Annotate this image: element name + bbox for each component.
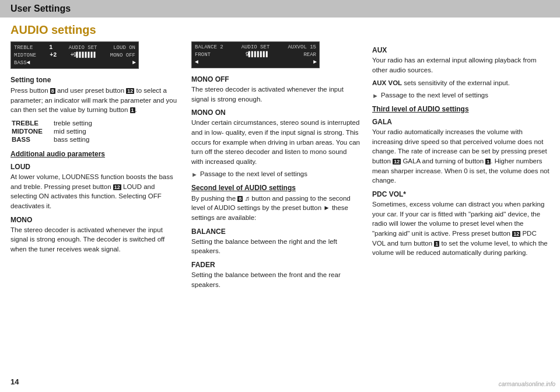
dp1-treble-value: 1 <box>49 44 52 51</box>
display-row-1: TREBLE 1 AUDIO SET LOUD ON <box>14 44 135 51</box>
dp1-loud-on: LOUD ON <box>113 45 135 51</box>
table-row-midtone: MIDTONE mid setting <box>12 128 92 135</box>
arrow-passage-2: ► Passage to the next level of settings <box>372 92 550 99</box>
treble-label: TREBLE <box>12 120 52 127</box>
dp2-front: FRONT <box>195 52 211 58</box>
auxvol-title: AUX VOL <box>372 79 402 86</box>
balance-para: Setting the balance between the right an… <box>191 237 360 256</box>
aux-para: Your radio has an external input allowin… <box>372 55 550 75</box>
arrow-passage-2-text: Passage to the next level of settings <box>381 92 488 99</box>
page-header: User Settings <box>0 0 560 18</box>
col-right: AUX Your radio has an external input all… <box>372 41 550 293</box>
dp1-bass-label: BASS <box>14 60 27 66</box>
content-area: TREBLE 1 AUDIO SET LOUD ON MIDTONE +2 +9… <box>0 41 560 293</box>
pdc-badge-1: 1 <box>434 241 439 247</box>
dp2-row3: ◄ ► <box>195 58 316 66</box>
mono-off-para: The stereo decoder is activated whenever… <box>191 85 360 104</box>
gala-badge-12: 12 <box>393 159 401 164</box>
dp2-right-arrow: ► <box>313 59 316 65</box>
dp2-balance-label: BALANCE 2 <box>195 44 223 50</box>
dp1-treble-label: TREBLE <box>14 45 33 51</box>
dp1-midtone-value: +2 <box>50 52 57 58</box>
display-panel-1: TREBLE 1 AUDIO SET LOUD ON MIDTONE +2 +9… <box>10 41 139 69</box>
treble-desc: treble setting <box>54 120 92 127</box>
dp2-bar: 9▌▌▌▌▌▌▌ <box>246 51 269 58</box>
dp1-mono-off: MONO OFF <box>110 52 135 58</box>
dp1-midtone-label: MIDTONE <box>14 52 36 58</box>
table-row-bass: BASS bass setting <box>12 136 92 143</box>
loud-para: At lower volume, LOUDNESS function boost… <box>10 172 180 211</box>
col-mid: BALANCE 2 AUDIO SET AUXVOL 15 FRONT 9▌▌▌… <box>191 41 360 293</box>
midtone-label: MIDTONE <box>12 128 52 135</box>
pdc-title: PDC VOL* <box>372 190 550 198</box>
midtone-desc: mid setting <box>54 128 92 135</box>
aux-title: AUX <box>372 46 550 54</box>
third-level-title: Third level of AUDIO settings <box>372 105 550 113</box>
dp2-audio-set: AUDIO SET <box>242 44 270 50</box>
page-number: 14 <box>10 377 19 386</box>
additional-title: Additional audio parameters <box>10 150 180 158</box>
dp2-row2: FRONT 9▌▌▌▌▌▌▌ REAR <box>195 51 316 58</box>
dp1-right-arrow: ► <box>132 60 135 66</box>
dp1-left-arrow: ◄ <box>27 60 30 66</box>
arrow-passage-1-text: Passage to the next level of settings <box>200 170 307 177</box>
mono-on-para: Under certain circumstances, stereo soun… <box>191 118 360 166</box>
dp1-audio-set: AUDIO SET <box>69 45 97 51</box>
dp2-left-arrow: ◄ <box>195 59 198 65</box>
balance-title: BALANCE <box>191 228 360 236</box>
display-row-3: BASS ◄ ► <box>14 59 135 66</box>
page-subtitle: AUDIO settings <box>0 20 560 41</box>
setting-tone-para: Press button 8 and user preset button 12… <box>10 86 180 115</box>
page-title: User Settings <box>10 4 550 14</box>
gala-title: GALA <box>372 118 550 126</box>
loud-title: LOUD <box>10 163 180 171</box>
second-level-title: Second level of AUDIO settings <box>191 184 360 192</box>
auxvol-para: AUX VOL sets sensitivity of the external… <box>372 78 550 88</box>
gala-badge-1: 1 <box>485 159 491 164</box>
audio-params-table: TREBLE treble setting MIDTONE mid settin… <box>10 118 93 144</box>
mono-title: MONO <box>10 216 180 224</box>
mono-para: The stereo decoder is activated whenever… <box>10 225 180 254</box>
badge-12: 12 <box>126 88 134 94</box>
loud-badge-12: 12 <box>113 184 121 190</box>
arrow-icon-2: ► <box>372 92 379 99</box>
second-badge-8: 8 <box>237 196 243 202</box>
dp1-midtone-bar: +9▌▌▌▌▌▌▌ <box>70 52 96 58</box>
col-left: TREBLE 1 AUDIO SET LOUD ON MIDTONE +2 +9… <box>10 41 180 293</box>
arrow-icon-1: ► <box>191 171 198 178</box>
pdc-para: Sometimes, excess volume can distract yo… <box>372 200 550 258</box>
dp2-auxvol: AUXVOL 15 <box>288 44 316 50</box>
display-panel-2: BALANCE 2 AUDIO SET AUXVOL 15 FRONT 9▌▌▌… <box>191 41 320 68</box>
badge-8: 8 <box>50 88 55 94</box>
setting-tone-title: Setting tone <box>10 76 180 84</box>
pdc-badge-12: 12 <box>512 231 520 237</box>
dp2-rear: REAR <box>303 52 316 58</box>
dp2-row1: BALANCE 2 AUDIO SET AUXVOL 15 <box>195 44 316 51</box>
fader-para: Setting the balance between the front an… <box>191 270 360 289</box>
bass-desc: bass setting <box>54 136 92 143</box>
arrow-passage-1: ► Passage to the next level of settings <box>191 170 360 178</box>
bass-label: BASS <box>12 136 52 143</box>
gala-para: Your radio automatically increases the v… <box>372 127 550 186</box>
badge-1: 1 <box>130 107 135 113</box>
fader-title: FADER <box>191 261 360 269</box>
watermark: carmanualsonline.info <box>499 381 555 387</box>
table-row-treble: TREBLE treble setting <box>12 120 92 127</box>
display-row-2: MIDTONE +2 +9▌▌▌▌▌▌▌ MONO OFF <box>14 51 135 59</box>
second-level-para: By pushing the 8 ♬ button and passing to… <box>191 194 360 223</box>
mono-on-title: MONO ON <box>191 108 360 117</box>
mono-off-title: MONO OFF <box>191 75 360 83</box>
